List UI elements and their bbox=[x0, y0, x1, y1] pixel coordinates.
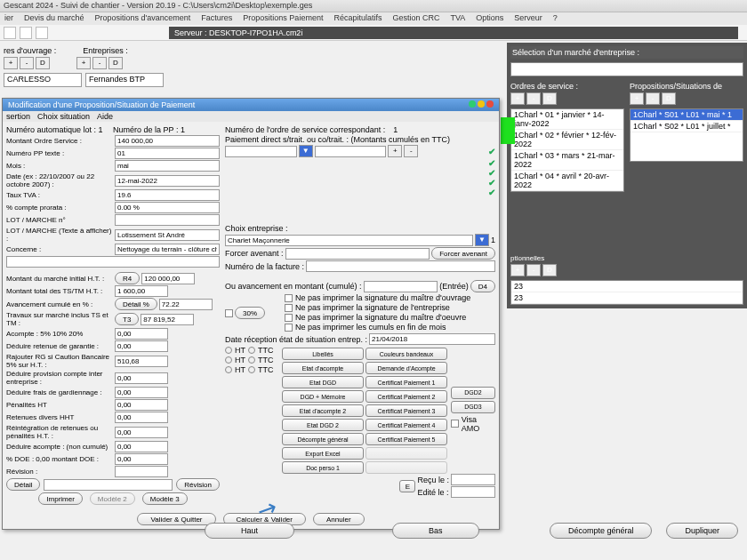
d-button[interactable]: D bbox=[108, 57, 123, 69]
list-item[interactable]: 1Charl * S01 * L01 * mai * 1 bbox=[631, 109, 743, 121]
list-item[interactable]: 1Charl * 01 * janvier * 14-janv-2022 bbox=[511, 109, 623, 130]
field-input[interactable] bbox=[141, 273, 195, 284]
action-button[interactable]: Certificat Paiement 4 bbox=[365, 419, 447, 431]
action-button[interactable]: Etat DGD bbox=[282, 376, 364, 388]
plus-button[interactable]: + bbox=[510, 92, 525, 105]
minus-button[interactable]: - bbox=[646, 92, 660, 105]
radio[interactable] bbox=[225, 347, 232, 354]
row-button[interactable]: R4 bbox=[115, 272, 140, 284]
radio[interactable] bbox=[225, 356, 232, 364]
menu-item[interactable]: Gestion CRC bbox=[390, 12, 442, 25]
action-button[interactable]: Etat d'acompte bbox=[282, 362, 364, 374]
menu-item[interactable]: ier bbox=[2, 12, 16, 25]
menu-item[interactable]: Aide bbox=[97, 112, 113, 121]
tool-icon[interactable] bbox=[4, 27, 16, 39]
checkbox[interactable] bbox=[285, 304, 293, 312]
forcer-button[interactable]: Forcer avenant bbox=[431, 247, 495, 260]
field-input[interactable] bbox=[115, 412, 168, 423]
field-input[interactable] bbox=[159, 299, 213, 310]
action-button[interactable]: Export Excel bbox=[282, 447, 364, 460]
minus-button[interactable]: - bbox=[526, 92, 541, 105]
field-input[interactable] bbox=[115, 285, 168, 297]
revision-input[interactable] bbox=[44, 479, 173, 491]
green-tab[interactable] bbox=[501, 117, 515, 144]
date-recep-input[interactable] bbox=[369, 333, 495, 345]
dupliquer-button[interactable]: Dupliquer bbox=[666, 523, 738, 539]
menu-item[interactable]: ? bbox=[550, 12, 560, 25]
action-button[interactable]: Certificat Paiement 3 bbox=[365, 404, 447, 417]
row-button[interactable]: T3 bbox=[115, 313, 139, 325]
except-list[interactable]: 23 23 bbox=[510, 280, 743, 305]
action-button[interactable]: DGD + Mémoire bbox=[282, 390, 364, 403]
dgd2-button[interactable]: DGD2 bbox=[451, 387, 495, 399]
row-button[interactable]: Détail % bbox=[115, 298, 157, 310]
dropdown-icon[interactable]: ▼ bbox=[475, 234, 489, 246]
props-list[interactable]: 1Charl * S01 * L01 * mai * 1 1Charl * S0… bbox=[630, 108, 743, 162]
d-button[interactable]: D bbox=[36, 57, 50, 69]
ordres-list[interactable]: 1Charl * 01 * janvier * 14-janv-2022 1Ch… bbox=[510, 108, 624, 192]
ouvrage-list[interactable]: CARLESSO bbox=[4, 73, 82, 87]
radio[interactable] bbox=[248, 356, 255, 364]
minus-button[interactable]: - bbox=[20, 57, 34, 69]
detail-button[interactable]: Détail bbox=[6, 478, 40, 491]
plus-button[interactable]: + bbox=[388, 145, 402, 157]
paiement-amount[interactable] bbox=[315, 146, 387, 157]
action-button[interactable]: Etat d'acompte 2 bbox=[282, 404, 364, 417]
menu-item[interactable]: Choix situation bbox=[37, 112, 90, 121]
minus-button[interactable]: - bbox=[526, 264, 541, 276]
plus-button[interactable]: + bbox=[510, 264, 525, 276]
action-button[interactable]: Certificat Paiement 2 bbox=[365, 390, 447, 403]
field-input[interactable] bbox=[115, 356, 168, 367]
action-button[interactable]: Décompte général bbox=[282, 433, 364, 445]
field-input[interactable] bbox=[141, 314, 194, 325]
list-item[interactable]: 1Charl * S02 * L01 * juillet * bbox=[631, 121, 743, 132]
edite-input[interactable] bbox=[451, 486, 496, 498]
menu-item[interactable]: Factures bbox=[198, 12, 235, 25]
tool-icon[interactable] bbox=[36, 27, 48, 39]
field-input[interactable] bbox=[115, 160, 220, 172]
marche-combo[interactable] bbox=[510, 62, 743, 76]
checkbox[interactable] bbox=[285, 324, 293, 332]
avance-input[interactable] bbox=[364, 281, 438, 292]
recu-input[interactable] bbox=[451, 474, 495, 485]
plus-button[interactable]: + bbox=[4, 57, 18, 69]
revision-button[interactable]: Révision bbox=[176, 478, 220, 491]
menu-item[interactable]: Propositions d'avancement bbox=[92, 12, 194, 25]
list-item[interactable]: 1Charl * 02 * février * 12-fév-2022 bbox=[511, 130, 623, 150]
field-input[interactable] bbox=[115, 135, 220, 147]
action-button[interactable]: Certificat Paiement 5 bbox=[365, 433, 447, 445]
field-input[interactable] bbox=[115, 340, 168, 352]
action-button[interactable]: Doc perso 1 bbox=[282, 461, 364, 474]
dgd3-button[interactable]: DGD3 bbox=[451, 401, 495, 413]
menu-item[interactable]: Devis du marché bbox=[21, 12, 87, 25]
e-button[interactable]: E bbox=[399, 480, 415, 492]
action-button[interactable]: Demande d'Acompte bbox=[365, 362, 447, 374]
list-item[interactable]: 1Charl * 04 * avril * 20-avr-2022 bbox=[511, 171, 623, 191]
dialog-menu[interactable]: sertion Choix situation Aide bbox=[3, 111, 499, 122]
action-button[interactable]: Couleurs bandeaux bbox=[365, 348, 447, 360]
d-button[interactable]: D bbox=[542, 264, 557, 276]
field-input[interactable] bbox=[115, 214, 220, 226]
imprimer-button[interactable]: Imprimer bbox=[38, 492, 83, 505]
menu-item[interactable]: Récapitulatifs bbox=[331, 12, 384, 25]
d-button[interactable]: D bbox=[542, 92, 557, 105]
field-input[interactable] bbox=[115, 427, 168, 438]
main-menu[interactable]: ier Devis du marché Propositions d'avanc… bbox=[0, 12, 747, 25]
pct30-button[interactable]: 30% bbox=[235, 307, 265, 319]
menu-item[interactable]: Propositions Paiement bbox=[240, 12, 325, 25]
radio[interactable] bbox=[248, 347, 255, 354]
field-input[interactable] bbox=[115, 189, 220, 201]
tool-icon[interactable] bbox=[20, 27, 32, 39]
radio[interactable] bbox=[248, 366, 255, 373]
forcer-input[interactable] bbox=[285, 248, 430, 260]
menu-item[interactable]: Options bbox=[473, 12, 506, 25]
modele3-button[interactable]: Modèle 3 bbox=[142, 492, 188, 505]
checkbox[interactable] bbox=[285, 294, 293, 302]
plus-button[interactable]: + bbox=[630, 92, 644, 105]
list-item[interactable]: 1Charl * 03 * mars * 21-mar-2022 bbox=[511, 150, 623, 171]
d-button[interactable]: D bbox=[662, 92, 676, 105]
checkbox[interactable] bbox=[285, 314, 293, 322]
action-button[interactable]: Etat DGD 2 bbox=[282, 419, 364, 431]
num-facture-input[interactable] bbox=[306, 260, 495, 272]
field-input[interactable] bbox=[115, 175, 220, 187]
